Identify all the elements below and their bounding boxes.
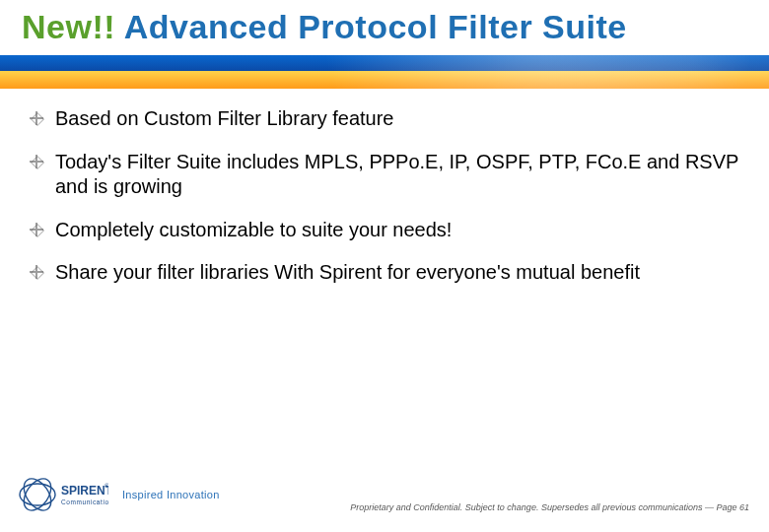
list-item: Today's Filter Suite includes MPLS, PPPo… bbox=[30, 150, 739, 200]
slide: New!! Advanced Protocol Filter Suite Bas… bbox=[0, 0, 769, 532]
title-rest: Advanced Protocol Filter Suite bbox=[115, 8, 627, 45]
logo-block: SPIRENT ® Communications Inspired Innova… bbox=[18, 475, 220, 514]
logo-brand-text: SPIRENT bbox=[61, 484, 108, 498]
bullet-list: Based on Custom Filter Library feature T… bbox=[30, 106, 739, 286]
bullet-text: Completely customizable to suite your ne… bbox=[55, 219, 452, 240]
list-item: Based on Custom Filter Library feature bbox=[30, 106, 739, 132]
bullet-text: Share your filter libraries With Spirent… bbox=[55, 261, 640, 283]
bullet-text: Today's Filter Suite includes MPLS, PPPo… bbox=[55, 151, 738, 198]
footer-note: Proprietary and Confidential. Subject to… bbox=[350, 502, 749, 512]
logo-mark: ® bbox=[105, 483, 108, 489]
logo-sub-text: Communications bbox=[61, 499, 108, 505]
spirent-logo-icon: SPIRENT ® Communications bbox=[18, 475, 108, 514]
bullet-text: Based on Custom Filter Library feature bbox=[55, 107, 394, 129]
title-container: New!! Advanced Protocol Filter Suite bbox=[22, 8, 747, 46]
slide-title: New!! Advanced Protocol Filter Suite bbox=[22, 8, 747, 46]
list-item: Completely customizable to suite your ne… bbox=[30, 218, 739, 243]
list-item: Share your filter libraries With Spirent… bbox=[30, 260, 739, 286]
content-area: Based on Custom Filter Library feature T… bbox=[0, 89, 769, 286]
footer: SPIRENT ® Communications Inspired Innova… bbox=[0, 463, 769, 532]
logo-tagline: Inspired Innovation bbox=[122, 489, 220, 500]
svg-point-2 bbox=[19, 475, 57, 514]
title-new-prefix: New!! bbox=[22, 8, 115, 45]
